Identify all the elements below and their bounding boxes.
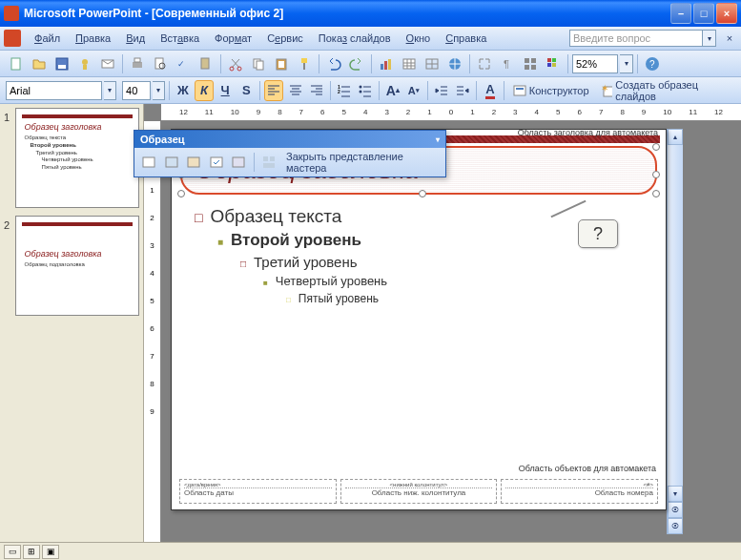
insert-title-master-button[interactable]	[162, 152, 182, 173]
help-button[interactable]: ?	[642, 53, 663, 74]
body-level-5[interactable]: Пятый уровень	[286, 292, 643, 305]
align-left-button[interactable]	[264, 80, 283, 101]
font-combo[interactable]: Arial	[6, 81, 102, 100]
permission-button[interactable]	[74, 53, 95, 74]
prev-slide-button[interactable]: ⦿	[668, 502, 683, 518]
vertical-scrollbar[interactable]: ▴ ▾ ⦿ ⦿	[667, 129, 683, 534]
align-right-button[interactable]	[307, 80, 326, 101]
expand-button[interactable]	[474, 53, 495, 74]
zoom-dropdown[interactable]: ▾	[620, 54, 633, 73]
vertical-ruler[interactable]: 10123456789	[144, 121, 161, 542]
increase-font-button[interactable]: A▴	[383, 80, 402, 101]
hyperlink-button[interactable]	[444, 53, 465, 74]
scroll-down-button[interactable]: ▾	[668, 486, 683, 502]
body-level-3[interactable]: Третий уровень	[240, 254, 643, 270]
svg-text:✶: ✶	[601, 84, 608, 93]
font-size-combo[interactable]: 40	[122, 81, 151, 100]
slide-canvas[interactable]: Область заголовка для автомакета Образец…	[171, 129, 667, 510]
menu-insert[interactable]: Вставка	[153, 30, 207, 47]
svg-rect-2	[58, 65, 66, 69]
horizontal-ruler[interactable]: 1211109876543210123456789101112	[161, 104, 741, 121]
tables-borders-button[interactable]	[422, 53, 443, 74]
copy-button[interactable]	[248, 53, 269, 74]
font-color-button[interactable]: A	[481, 80, 500, 101]
chart-button[interactable]	[376, 53, 397, 74]
app-badge-icon	[4, 30, 21, 47]
menu-view[interactable]: Вид	[118, 30, 153, 47]
increase-indent-button[interactable]	[453, 80, 472, 101]
redo-button[interactable]	[346, 53, 367, 74]
menu-file[interactable]: Файл	[27, 30, 68, 47]
next-slide-button[interactable]: ⦿	[668, 518, 683, 534]
master-toolbar-title[interactable]: Образец ▾	[134, 131, 445, 148]
insert-slide-master-button[interactable]	[139, 152, 159, 173]
doc-close-button[interactable]: ×	[722, 31, 737, 46]
svg-rect-27	[525, 58, 529, 63]
footer-date-placeholder[interactable]: <дата/время> Область даты	[179, 479, 337, 504]
font-dropdown[interactable]: ▾	[104, 81, 116, 100]
open-button[interactable]	[29, 53, 50, 74]
table-button[interactable]	[399, 53, 420, 74]
menu-edit[interactable]: Правка	[68, 30, 118, 47]
undo-button[interactable]	[323, 53, 344, 74]
align-center-button[interactable]	[285, 80, 304, 101]
grid-button[interactable]	[520, 53, 541, 74]
format-painter-button[interactable]	[294, 53, 315, 74]
body-level-4[interactable]: Четвертый уровень	[263, 274, 643, 288]
shadow-button[interactable]: S	[237, 80, 256, 101]
normal-view-button[interactable]: ▭	[4, 545, 21, 559]
decrease-font-button[interactable]: A▾	[404, 80, 423, 101]
sorter-view-button[interactable]: ⊞	[23, 545, 40, 559]
footer-number-placeholder[interactable]: <#> Область номера	[501, 479, 658, 504]
ask-dropdown[interactable]: ▾	[703, 30, 716, 47]
paste-button[interactable]	[271, 53, 292, 74]
slide-thumbnail-2[interactable]: Образец заголовка Образец подзаголовка	[15, 216, 139, 316]
delete-master-button[interactable]	[184, 152, 204, 173]
callout[interactable]: ?	[578, 219, 618, 256]
menu-tools[interactable]: Сервис	[259, 30, 311, 47]
bullets-button[interactable]	[356, 80, 375, 101]
menu-slideshow[interactable]: Показ слайдов	[311, 30, 399, 47]
svg-rect-34	[552, 63, 556, 67]
color-button[interactable]	[543, 53, 564, 74]
research-button[interactable]	[196, 53, 216, 74]
cut-button[interactable]	[225, 53, 246, 74]
italic-button[interactable]: К	[195, 80, 214, 101]
numbering-button[interactable]: 12	[335, 80, 354, 101]
print-button[interactable]	[127, 53, 148, 74]
minimize-button[interactable]: –	[670, 3, 691, 24]
svg-rect-18	[301, 58, 307, 63]
decrease-indent-button[interactable]	[432, 80, 451, 101]
menu-format[interactable]: Формат	[207, 30, 259, 47]
ask-question-input[interactable]: Введите вопрос	[569, 30, 703, 47]
footer-text-placeholder[interactable]: <нижний колонтитул> Область ниж. колонти…	[340, 479, 498, 504]
designer-button[interactable]: Конструктор	[508, 80, 594, 101]
close-master-view-button[interactable]: Закрыть представление мастера	[281, 151, 441, 174]
slide-thumbnail-1[interactable]: Образец заголовка Образец текста Второй …	[15, 108, 139, 208]
master-toolbar-dropdown-icon[interactable]: ▾	[436, 135, 440, 144]
master-toolbar[interactable]: Образец ▾ Закрыть представление мастера	[134, 130, 446, 177]
menu-window[interactable]: Окно	[399, 30, 439, 47]
email-button[interactable]	[97, 53, 118, 74]
preview-button[interactable]	[150, 53, 171, 74]
zoom-combo[interactable]: 52%	[572, 54, 618, 73]
preserve-master-button[interactable]	[207, 152, 227, 173]
save-button[interactable]	[51, 53, 72, 74]
master-layout-button[interactable]	[259, 152, 279, 173]
bold-button[interactable]: Ж	[174, 80, 193, 101]
maximize-button[interactable]: □	[693, 3, 714, 24]
underline-button[interactable]: Ч	[216, 80, 235, 101]
new-button[interactable]	[6, 53, 27, 74]
font-size-dropdown[interactable]: ▾	[153, 81, 165, 100]
show-formatting-button[interactable]: ¶	[497, 53, 518, 74]
body-level-1[interactable]: Образец текста	[195, 206, 643, 227]
rename-master-button[interactable]	[229, 152, 249, 173]
titlebar: Microsoft PowerPoint - [Современный офис…	[0, 0, 741, 27]
close-button[interactable]: ×	[716, 3, 737, 24]
menu-help[interactable]: Справка	[438, 30, 494, 47]
svg-text:2: 2	[338, 89, 340, 94]
spelling-button[interactable]: ✓	[173, 53, 194, 74]
scroll-up-button[interactable]: ▴	[668, 129, 683, 145]
create-master-button[interactable]: ✶Создать образец слайдов	[596, 80, 735, 101]
slideshow-view-button[interactable]: ▣	[42, 545, 59, 559]
